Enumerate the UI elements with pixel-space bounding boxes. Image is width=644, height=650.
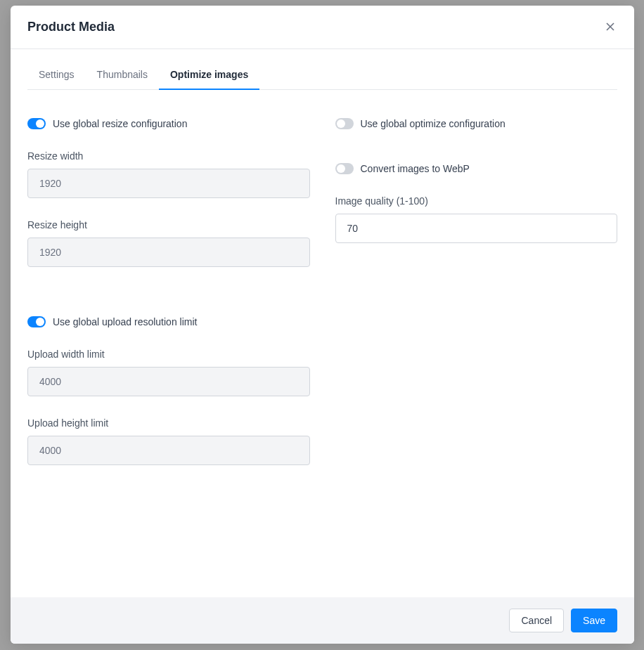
modal-body: Settings Thumbnails Optimize images Use … bbox=[11, 49, 634, 597]
tab-optimize-images[interactable]: Optimize images bbox=[159, 60, 259, 90]
global-optimize-toggle-label: Use global optimize configuration bbox=[361, 118, 505, 129]
toggle-knob bbox=[337, 164, 345, 173]
upload-height-field: Upload height limit bbox=[27, 417, 310, 465]
upload-width-label: Upload width limit bbox=[27, 349, 310, 360]
tab-settings[interactable]: Settings bbox=[27, 60, 86, 90]
toggle-knob bbox=[337, 119, 345, 128]
global-resize-toggle[interactable] bbox=[27, 118, 46, 129]
upload-height-input[interactable] bbox=[27, 436, 310, 465]
right-column: Use global optimize configuration Conver… bbox=[335, 118, 618, 486]
spacer bbox=[335, 150, 618, 163]
close-button[interactable] bbox=[603, 20, 617, 34]
global-upload-toggle[interactable] bbox=[27, 316, 46, 327]
resize-width-label: Resize width bbox=[27, 150, 310, 162]
resize-height-field: Resize height bbox=[27, 219, 310, 267]
convert-webp-toggle-label: Convert images to WebP bbox=[361, 163, 470, 174]
product-media-modal: Product Media Settings Thumbnails Optimi… bbox=[11, 6, 634, 644]
section-gap bbox=[27, 288, 310, 316]
modal-footer: Cancel Save bbox=[11, 597, 634, 644]
convert-webp-toggle-row: Convert images to WebP bbox=[335, 163, 618, 174]
cancel-button[interactable]: Cancel bbox=[509, 609, 564, 632]
resize-height-label: Resize height bbox=[27, 219, 310, 230]
global-resize-toggle-label: Use global resize configuration bbox=[53, 118, 187, 129]
tab-thumbnails[interactable]: Thumbnails bbox=[86, 60, 159, 90]
resize-height-input[interactable] bbox=[27, 238, 310, 267]
upload-width-input[interactable] bbox=[27, 367, 310, 396]
image-quality-label: Image quality (1-100) bbox=[335, 195, 618, 207]
global-upload-toggle-label: Use global upload resolution limit bbox=[53, 316, 197, 327]
toggle-knob bbox=[36, 318, 44, 326]
global-resize-toggle-row: Use global resize configuration bbox=[27, 118, 310, 129]
modal-header: Product Media bbox=[11, 6, 634, 49]
modal-title: Product Media bbox=[27, 20, 115, 34]
upload-width-field: Upload width limit bbox=[27, 349, 310, 396]
toggle-knob bbox=[36, 119, 44, 128]
resize-width-input[interactable] bbox=[27, 169, 310, 198]
image-quality-input[interactable] bbox=[335, 214, 618, 243]
global-optimize-toggle-row: Use global optimize configuration bbox=[335, 118, 618, 129]
left-column: Use global resize configuration Resize w… bbox=[27, 118, 310, 486]
save-button[interactable]: Save bbox=[571, 609, 617, 632]
tab-content: Use global resize configuration Resize w… bbox=[27, 90, 617, 486]
global-upload-toggle-row: Use global upload resolution limit bbox=[27, 316, 310, 327]
close-icon bbox=[605, 21, 615, 34]
global-optimize-toggle[interactable] bbox=[335, 118, 354, 129]
upload-height-label: Upload height limit bbox=[27, 417, 310, 429]
tabs: Settings Thumbnails Optimize images bbox=[27, 60, 617, 90]
convert-webp-toggle[interactable] bbox=[335, 163, 354, 174]
image-quality-field: Image quality (1-100) bbox=[335, 195, 618, 243]
resize-width-field: Resize width bbox=[27, 150, 310, 198]
